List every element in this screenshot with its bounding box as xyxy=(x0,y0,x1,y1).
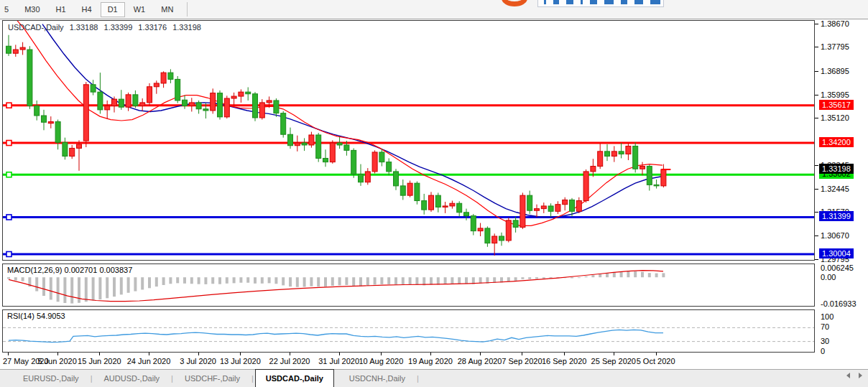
macd-indicator-panel[interactable]: MACD(12,26,9) 0.002701 0.003837 xyxy=(2,264,815,307)
candle xyxy=(189,98,194,111)
tab-separator: | xyxy=(170,370,175,387)
price-tick xyxy=(815,236,818,236)
macd-histogram-bar xyxy=(204,277,207,284)
date-label: 7 Sep 2020 xyxy=(502,357,542,365)
close-value: 1.33198 xyxy=(172,23,201,32)
tab-separator: | xyxy=(250,370,255,387)
macd-histogram-bar xyxy=(514,277,517,281)
macd-histogram-bar xyxy=(127,277,130,293)
candle xyxy=(611,146,617,162)
horizontal-price-line[interactable] xyxy=(3,172,814,177)
macd-histogram-bar xyxy=(198,277,200,284)
macd-histogram-bar xyxy=(613,272,616,277)
date-axis[interactable]: 27 May 20205 Jun 202015 Jun 202024 Jun 2… xyxy=(2,353,815,369)
rsi-indicator-panel[interactable]: RSI(14) 54.9053 xyxy=(2,309,815,353)
candle xyxy=(415,182,420,205)
line-drag-handle[interactable] xyxy=(6,103,11,108)
macd-histogram-bar xyxy=(120,277,123,294)
toolbar-icon-fragment xyxy=(634,0,643,4)
toolbar-icon-fragment xyxy=(566,0,573,4)
line-drag-handle[interactable] xyxy=(6,215,11,220)
scroll-right-arrow[interactable] xyxy=(859,373,862,378)
macd-histogram-bar xyxy=(282,277,285,285)
candle xyxy=(218,90,223,120)
timeframe-button-h4[interactable]: H4 xyxy=(75,2,99,17)
candle xyxy=(351,148,356,177)
candle xyxy=(126,93,131,111)
macd-histogram-bar xyxy=(57,277,60,302)
macd-histogram-bar xyxy=(338,277,341,285)
rsi-axis-label: 0 xyxy=(821,347,825,355)
macd-histogram-bar xyxy=(627,271,629,278)
tab-separator: | xyxy=(89,370,94,387)
price-chart-panel[interactable]: USDCAD-,Daily 1.33188 1.33399 1.33176 1.… xyxy=(2,20,815,261)
price-tick xyxy=(815,189,818,190)
candle xyxy=(443,202,448,213)
candle xyxy=(583,169,588,202)
macd-histogram-bar xyxy=(507,277,510,281)
macd-histogram-bar xyxy=(578,277,581,278)
candle xyxy=(626,144,631,160)
macd-axis-label: 0.00 xyxy=(821,273,836,281)
price-tick-label: 1.35995 xyxy=(821,90,849,99)
price-tick xyxy=(815,259,818,260)
fast-ma-line xyxy=(13,21,662,225)
candle xyxy=(253,92,258,121)
line-drag-handle[interactable] xyxy=(6,251,11,256)
candle xyxy=(394,169,399,190)
chart-tab-bar: EURUSD-,Daily|AUDUSD-,Daily|USDCHF-,Dail… xyxy=(0,369,868,387)
price-axis[interactable]: 1.386701.377951.368951.359951.351201.333… xyxy=(815,20,868,353)
candle xyxy=(34,101,40,121)
macd-histogram-bar xyxy=(662,273,665,277)
horizontal-price-line[interactable] xyxy=(3,251,814,256)
date-label: 31 Jul 2020 xyxy=(318,357,359,365)
timeframe-button-d1[interactable]: D1 xyxy=(101,2,125,17)
macd-histogram-bar xyxy=(169,277,172,284)
price-line-badge: 1.34200 xyxy=(819,137,854,147)
macd-histogram-bar xyxy=(359,277,362,286)
macd-histogram-bar xyxy=(268,277,271,283)
timeframe-button-5[interactable]: 5 xyxy=(0,2,16,17)
candle xyxy=(661,164,666,187)
macd-histogram-bar xyxy=(14,277,17,280)
date-tick xyxy=(430,353,431,355)
date-label: 3 Jul 2020 xyxy=(180,357,216,365)
date-label: 5 Oct 2020 xyxy=(637,357,675,365)
candle xyxy=(485,226,490,246)
chart-tab-usdcnh[interactable]: USDCNH-,Daily xyxy=(339,370,415,387)
chart-tab-eurusd[interactable]: EURUSD-,Daily xyxy=(13,370,89,387)
timeframe-button-m30[interactable]: M30 xyxy=(17,2,47,17)
candle xyxy=(147,83,152,106)
macd-histogram-bar xyxy=(35,277,38,291)
timeframe-button-h1[interactable]: H1 xyxy=(49,2,73,17)
timeframe-button-mn[interactable]: MN xyxy=(154,2,180,17)
date-label: 10 Aug 2020 xyxy=(359,357,403,365)
candle xyxy=(535,205,540,218)
macd-histogram-bar xyxy=(620,271,623,277)
macd-histogram-bar xyxy=(289,277,292,286)
horizontal-price-line[interactable] xyxy=(3,215,814,220)
candle xyxy=(112,96,117,112)
chart-tab-audusd[interactable]: AUDUSD-,Daily xyxy=(93,370,170,387)
line-drag-handle[interactable] xyxy=(6,172,11,177)
macd-histogram-bar xyxy=(155,277,158,286)
line-drag-handle[interactable] xyxy=(6,141,11,146)
timeframe-button-w1[interactable]: W1 xyxy=(126,2,153,17)
macd-histogram-bar xyxy=(176,277,179,283)
date-tick xyxy=(480,353,481,355)
price-tick-label: 1.35120 xyxy=(821,113,849,122)
horizontal-price-line[interactable] xyxy=(3,141,814,146)
macd-histogram-bar xyxy=(415,277,418,285)
chart-tab-usdchf[interactable]: USDCHF-,Daily xyxy=(175,370,250,387)
rsi-chart xyxy=(3,310,814,352)
rsi-line xyxy=(9,330,663,342)
candle xyxy=(499,233,504,246)
toolbar-icon-fragment xyxy=(621,0,627,4)
scroll-left-arrow[interactable] xyxy=(846,373,850,378)
price-tick-label: 1.36895 xyxy=(821,67,849,75)
chart-tab-usdcad[interactable]: USDCAD-,Daily xyxy=(255,369,334,387)
candle xyxy=(464,209,469,220)
candle xyxy=(598,144,603,169)
candle xyxy=(520,192,525,229)
candle xyxy=(98,73,103,113)
